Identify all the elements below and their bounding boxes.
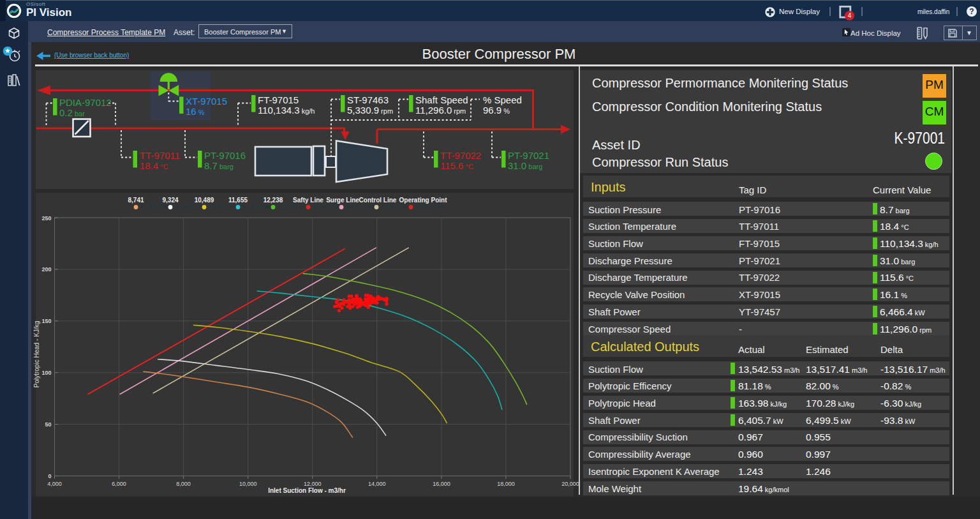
svg-text:Safty Line: Safty Line: [293, 197, 323, 204]
svg-text:14,000: 14,000: [368, 481, 386, 487]
svg-text:100: 100: [41, 370, 51, 376]
svg-text:18,000: 18,000: [497, 481, 515, 487]
svg-text:PV 9701 val: PV 9701 val: [141, 204, 168, 209]
svg-text:PT-97021: PT-97021: [508, 150, 549, 161]
svg-text:4: 4: [848, 12, 852, 19]
svg-text:9,324: 9,324: [162, 197, 178, 204]
svg-text:250: 250: [41, 215, 51, 222]
svg-text:TT-97011: TT-97011: [140, 150, 180, 161]
svg-text:TT-97022: TT-97022: [440, 150, 481, 161]
svg-text:10,489: 10,489: [195, 197, 214, 204]
svg-text:PV 9701 val: PV 9701 val: [313, 204, 341, 209]
svg-text:PV 9701 val: PV 9701 val: [382, 204, 409, 209]
svg-text:Inlet Suction Flow - m3/hr: Inlet Suction Flow - m3/hr: [268, 487, 346, 494]
svg-text:PT-97016: PT-97016: [204, 150, 246, 161]
svg-text:12,238: 12,238: [264, 197, 283, 204]
svg-text:50: 50: [45, 421, 51, 428]
svg-text:10,000: 10,000: [239, 481, 257, 487]
svg-text:20,000: 20,000: [561, 481, 579, 487]
svg-text:110,134.3 kg/h: 110,134.3 kg/h: [258, 105, 315, 116]
svg-text:Surge Line: Surge Line: [326, 197, 359, 204]
svg-text:11,296.0 rpm: 11,296.0 rpm: [415, 105, 466, 116]
svg-text:0: 0: [48, 473, 51, 479]
svg-text:8,741: 8,741: [128, 197, 144, 204]
svg-text:200: 200: [41, 266, 51, 273]
svg-text:Control Line: Control Line: [359, 197, 397, 204]
svg-text:12,000: 12,000: [304, 481, 322, 487]
svg-text:Operating Point: Operating Point: [399, 197, 448, 204]
svg-text:PDIA-97012: PDIA-97012: [59, 97, 112, 108]
svg-text:PV 9701 val: PV 9701 val: [209, 204, 237, 209]
svg-text:18.4 °C: 18.4 °C: [140, 160, 168, 171]
svg-text:4,000: 4,000: [47, 481, 62, 487]
svg-text:8.7 barg: 8.7 barg: [204, 160, 234, 171]
svg-text:11,655: 11,655: [228, 197, 248, 204]
svg-text:XT-97015: XT-97015: [186, 96, 227, 107]
svg-text:PV 9701 val: PV 9701 val: [175, 204, 203, 209]
svg-text:PV 9701 val: PV 9701 val: [346, 204, 374, 209]
svg-text:16,000: 16,000: [433, 481, 450, 487]
svg-text:8,000: 8,000: [176, 481, 191, 487]
svg-text:FT-97015: FT-97015: [258, 94, 299, 105]
svg-text:?: ?: [969, 7, 974, 16]
svg-text:ST-97463: ST-97463: [347, 94, 389, 105]
svg-text:6,000: 6,000: [112, 481, 126, 487]
svg-text:96.9 %: 96.9 %: [483, 105, 510, 116]
svg-text:150: 150: [41, 318, 51, 324]
svg-text:31.0 barg: 31.0 barg: [508, 160, 542, 171]
svg-text:PV 9701 val: PV 9701 val: [278, 204, 306, 209]
svg-text:% Speed: % Speed: [483, 94, 522, 105]
svg-text:115.6 °C: 115.6 °C: [440, 160, 473, 171]
svg-text:Polytropic Head - KJ/kg: Polytropic Head - KJ/kg: [33, 321, 40, 388]
svg-text:0.2 bar: 0.2 bar: [59, 107, 85, 118]
svg-text:PV 9701 val: PV 9701 val: [416, 204, 443, 209]
svg-text:PV 9701 val: PV 9701 val: [243, 204, 271, 209]
svg-text:Shaft Speed: Shaft Speed: [415, 94, 468, 105]
svg-text:5,330.9 rpm: 5,330.9 rpm: [347, 105, 393, 116]
